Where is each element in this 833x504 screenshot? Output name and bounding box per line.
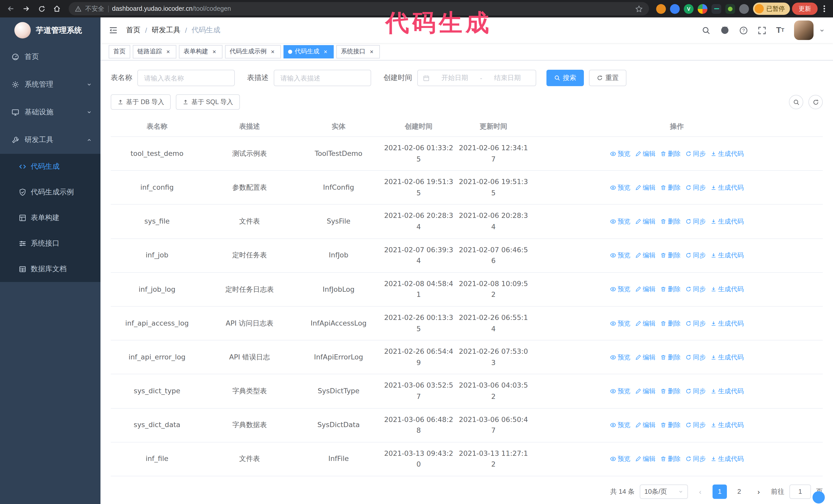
delete-link[interactable]: 删除 [660,352,681,362]
close-icon[interactable]: × [211,48,218,55]
generate-code-link[interactable]: 生成代码 [710,250,743,261]
tab-codegen[interactable]: 代码生成× [284,45,334,58]
generate-code-link[interactable]: 生成代码 [710,454,743,464]
github-icon[interactable] [720,26,730,35]
edit-link[interactable]: 编辑 [635,183,656,193]
sync-link[interactable]: 同步 [685,352,706,362]
sidebar-item-home[interactable]: 首页 [0,43,100,71]
sync-link[interactable]: 同步 [685,420,706,430]
delete-link[interactable]: 删除 [660,284,681,294]
edit-link[interactable]: 编辑 [635,216,656,226]
help-icon[interactable]: ? [739,26,748,34]
tab-codegen-demo[interactable]: 代码生成示例× [225,45,281,58]
extension-icon-1[interactable] [656,4,666,14]
page-size-select[interactable]: 10条/页 [640,484,688,499]
date-range-picker[interactable]: 开始日期 - 结束日期 [417,70,536,86]
preview-link[interactable]: 预览 [610,216,630,226]
search-button[interactable]: 搜索 [546,70,584,86]
caret-down-icon[interactable] [819,27,825,33]
back-icon[interactable] [4,2,18,16]
table-name-input[interactable] [137,70,235,86]
preview-link[interactable]: 预览 [610,318,630,329]
edit-link[interactable]: 编辑 [635,352,656,362]
preview-link[interactable]: 预览 [610,420,630,430]
extension-icon-5[interactable] [712,4,721,14]
browser-menu-icon[interactable] [820,5,829,13]
sidebar-collapse-icon[interactable] [109,26,118,35]
sync-link[interactable]: 同步 [685,148,706,159]
sync-link[interactable]: 同步 [685,318,706,329]
delete-link[interactable]: 删除 [660,454,681,464]
sync-link[interactable]: 同步 [685,250,706,261]
sidebar-item-infra[interactable]: 基础设施 [0,98,100,126]
generate-code-link[interactable]: 生成代码 [710,148,743,159]
page-1-button[interactable]: 1 [713,484,727,499]
sidebar-item-codegen-demo[interactable]: 代码生成示例 [0,179,100,205]
bookmark-star-icon[interactable] [635,5,643,13]
forward-icon[interactable] [20,2,33,16]
prev-page-button[interactable]: ‹ [693,484,708,499]
fullscreen-icon[interactable] [758,26,766,34]
sidebar-logo[interactable]: 芋道管理系统 [0,18,100,43]
reload-icon[interactable] [35,2,48,16]
page-2-button[interactable]: 2 [732,484,746,499]
generate-code-link[interactable]: 生成代码 [710,352,743,362]
toggle-search-button[interactable] [789,95,803,109]
import-sql-button[interactable]: 基于 SQL 导入 [176,94,240,110]
close-icon[interactable]: × [165,48,172,55]
delete-link[interactable]: 删除 [660,183,681,193]
breadcrumb-devtools[interactable]: 研发工具 [152,26,181,35]
extension-icon-3[interactable]: V [684,4,694,14]
preview-link[interactable]: 预览 [610,183,630,193]
preview-link[interactable]: 预览 [610,454,630,464]
sync-link[interactable]: 同步 [685,386,706,396]
generate-code-link[interactable]: 生成代码 [710,420,743,430]
close-icon[interactable]: × [322,48,329,55]
edit-link[interactable]: 编辑 [635,386,656,396]
delete-link[interactable]: 删除 [660,318,681,329]
extension-icon-2[interactable] [670,4,680,14]
sync-link[interactable]: 同步 [685,454,706,464]
edit-link[interactable]: 编辑 [635,454,656,464]
reset-button[interactable]: 重置 [589,70,626,86]
goto-page-input[interactable] [789,484,811,499]
sync-link[interactable]: 同步 [685,284,706,294]
next-page-button[interactable]: › [752,484,766,499]
puzzle-extensions-icon[interactable] [739,4,749,14]
tab-system-api[interactable]: 系统接口× [336,45,380,58]
extension-icon-6[interactable] [725,4,735,14]
sidebar-item-system-api[interactable]: 系统接口 [0,231,100,256]
extension-icon-4[interactable] [698,4,708,14]
sidebar-item-db-doc[interactable]: 数据库文档 [0,256,100,282]
refresh-table-button[interactable] [808,95,823,109]
preview-link[interactable]: 预览 [610,148,630,159]
preview-link[interactable]: 预览 [610,284,630,294]
close-icon[interactable]: × [269,48,276,55]
back-to-top-button[interactable] [812,491,825,503]
generate-code-link[interactable]: 生成代码 [710,318,743,329]
delete-link[interactable]: 删除 [660,250,681,261]
sync-link[interactable]: 同步 [685,183,706,193]
generate-code-link[interactable]: 生成代码 [710,183,743,193]
search-icon[interactable] [702,26,711,34]
url-bar[interactable]: 不安全 dashboard.yudao.iocoder.cn/tool/code… [69,2,649,16]
breadcrumb-home[interactable]: 首页 [126,26,140,35]
import-db-button[interactable]: 基于 DB 导入 [111,94,171,110]
browser-update-button[interactable]: 更新 [792,3,818,15]
tab-form-builder[interactable]: 表单构建× [179,45,222,58]
generate-code-link[interactable]: 生成代码 [710,386,743,396]
edit-link[interactable]: 编辑 [635,420,656,430]
generate-code-link[interactable]: 生成代码 [710,216,743,226]
profile-paused-chip[interactable]: 已暂停 [753,3,790,15]
table-desc-input[interactable] [274,70,371,86]
sidebar-item-codegen[interactable]: 代码生成 [0,154,100,179]
preview-link[interactable]: 预览 [610,250,630,261]
delete-link[interactable]: 删除 [660,216,681,226]
tab-home[interactable]: 首页 [109,45,130,58]
sidebar-item-devtools[interactable]: 研发工具 [0,126,100,154]
edit-link[interactable]: 编辑 [635,284,656,294]
preview-link[interactable]: 预览 [610,386,630,396]
delete-link[interactable]: 删除 [660,148,681,159]
delete-link[interactable]: 删除 [660,386,681,396]
delete-link[interactable]: 删除 [660,420,681,430]
